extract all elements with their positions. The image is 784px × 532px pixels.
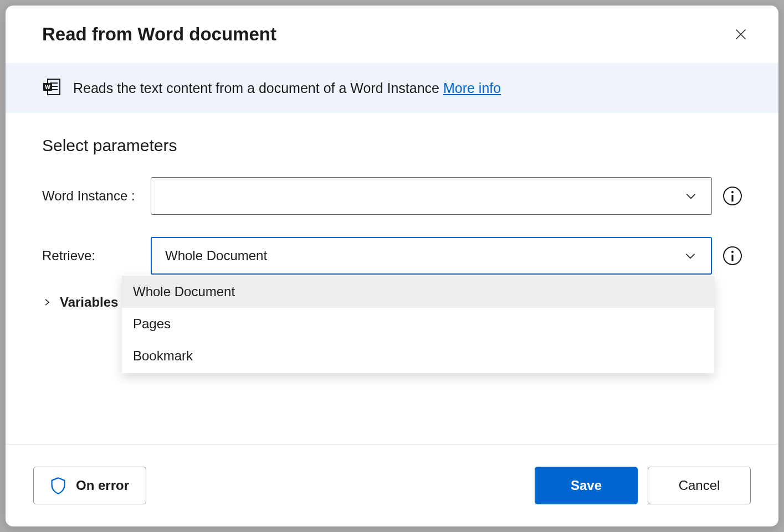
dialog-footer: On error Save Cancel — [6, 444, 778, 526]
retrieve-info-button[interactable] — [723, 246, 742, 265]
dialog-body: Select parameters Word Instance : Retrie… — [6, 113, 778, 444]
svg-text:W: W — [45, 84, 50, 90]
word-instance-row: Word Instance : — [42, 177, 742, 215]
variables-label: Variables — [60, 295, 118, 310]
save-button[interactable]: Save — [535, 467, 638, 504]
dialog: Read from Word document W Reads the text… — [6, 6, 778, 526]
chevron-down-icon — [684, 189, 698, 203]
word-instance-info-button[interactable] — [723, 187, 742, 205]
retrieve-label: Retrieve: — [42, 248, 151, 264]
chevron-down-icon — [683, 249, 698, 263]
on-error-label: On error — [76, 478, 129, 493]
svg-point-6 — [731, 191, 734, 193]
info-banner: W Reads the text content from a document… — [6, 63, 778, 113]
close-icon — [734, 27, 748, 42]
info-icon — [731, 190, 734, 202]
retrieve-value: Whole Document — [165, 248, 267, 264]
footer-actions: Save Cancel — [535, 467, 751, 504]
retrieve-select[interactable]: Whole Document — [151, 237, 712, 275]
close-button[interactable] — [729, 22, 753, 47]
retrieve-row: Retrieve: Whole Document Whole Document … — [42, 237, 742, 275]
dialog-header: Read from Word document — [6, 6, 778, 63]
section-title: Select parameters — [42, 136, 742, 155]
on-error-button[interactable]: On error — [33, 467, 146, 504]
cancel-button[interactable]: Cancel — [648, 467, 751, 504]
word-instance-label: Word Instance : — [42, 188, 151, 204]
chevron-right-icon — [42, 297, 52, 307]
dropdown-option-bookmark[interactable]: Bookmark — [122, 340, 714, 372]
banner-description: Reads the text content from a document o… — [73, 80, 439, 96]
more-info-link[interactable]: More info — [443, 80, 501, 96]
variables-toggle[interactable]: Variables — [42, 295, 118, 310]
dropdown-option-whole-document[interactable]: Whole Document — [122, 276, 714, 308]
dropdown-option-pages[interactable]: Pages — [122, 308, 714, 340]
svg-rect-7 — [731, 195, 733, 202]
retrieve-dropdown: Whole Document Pages Bookmark — [122, 275, 714, 373]
info-icon — [731, 250, 734, 261]
shield-icon — [50, 477, 66, 494]
word-document-icon: W — [42, 78, 61, 99]
svg-point-8 — [731, 251, 734, 253]
word-instance-select[interactable] — [151, 177, 712, 215]
banner-text: Reads the text content from a document o… — [73, 80, 501, 96]
dialog-title: Read from Word document — [42, 24, 276, 45]
svg-rect-9 — [731, 255, 733, 261]
